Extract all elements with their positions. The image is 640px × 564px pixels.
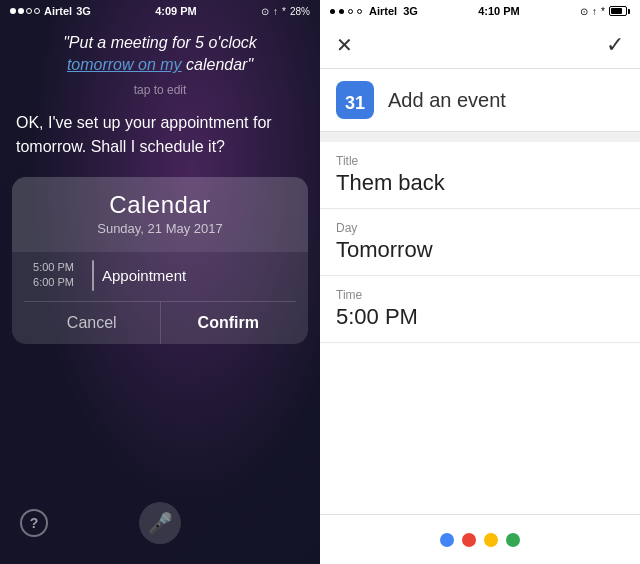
arrow-icon-r: ↑ <box>592 6 597 17</box>
bluetooth-icon: * <box>282 6 286 17</box>
calendar-date: Sunday, 21 May 2017 <box>22 221 298 236</box>
bottom-bar-left: ? 🎤 <box>0 492 320 564</box>
siri-quote: "Put a meeting for 5 o'clock tomorrow on… <box>0 22 320 83</box>
cancel-button[interactable]: Cancel <box>24 302 161 344</box>
top-nav: ✕ ✓ <box>320 22 640 69</box>
google-dot-yellow <box>484 533 498 547</box>
add-event-panel: Airtel 3G 4:10 PM ⊙ ↑ * ✕ ✓ 31 Add an ev… <box>320 0 640 564</box>
status-bar-right: Airtel 3G 4:10 PM ⊙ ↑ * <box>320 0 640 22</box>
google-dot-green <box>506 533 520 547</box>
signal-dot-1 <box>10 8 16 14</box>
mic-button[interactable]: 🎤 <box>139 502 181 544</box>
help-button[interactable]: ? <box>20 509 48 537</box>
location-icon-r: ⊙ <box>580 6 588 17</box>
time-value[interactable]: 5:00 PM <box>336 304 624 330</box>
signal-dot-r-4 <box>357 9 362 14</box>
confirm-button[interactable]: Confirm <box>161 302 297 344</box>
siri-quote-end: calendar" <box>186 56 253 73</box>
action-buttons: Cancel Confirm <box>24 301 296 344</box>
battery-right <box>609 6 630 16</box>
event-time-bar <box>92 260 94 291</box>
time-left: 4:09 PM <box>155 5 197 17</box>
calendar-event-row: 5:00 PM 6:00 PM Appointment <box>12 252 308 301</box>
signal-dot-r-2 <box>339 9 344 14</box>
battery-left: 28% <box>290 6 310 17</box>
event-times: 5:00 PM 6:00 PM <box>24 260 74 291</box>
day-row: Day Tomorrow <box>320 209 640 276</box>
bluetooth-icon-r: * <box>601 6 605 17</box>
siri-quote-start: "Put a meeting for 5 o'clock <box>63 34 257 51</box>
title-row: Title Them back <box>320 142 640 209</box>
event-name: Appointment <box>102 267 186 284</box>
carrier-name-left: Airtel <box>44 5 72 17</box>
siri-quote-highlight: tomorrow on my <box>67 56 182 73</box>
event-end-time: 6:00 PM <box>33 275 74 290</box>
calendar-card: Calendar Sunday, 21 May 2017 5:00 PM 6:0… <box>12 177 308 344</box>
status-icons-right: ⊙ ↑ * <box>580 6 630 17</box>
status-bar-left: Airtel 3G 4:09 PM ⊙ ↑ * 28% <box>0 0 320 22</box>
title-label: Title <box>336 154 624 168</box>
network-type-left: 3G <box>76 5 91 17</box>
calendar-header: Calendar Sunday, 21 May 2017 <box>12 177 308 252</box>
event-start-time: 5:00 PM <box>33 260 74 275</box>
day-value[interactable]: Tomorrow <box>336 237 624 263</box>
google-bar <box>320 514 640 564</box>
google-dot-blue <box>440 533 454 547</box>
mic-icon: 🎤 <box>148 511 173 535</box>
carrier-name-right: Airtel <box>369 5 397 17</box>
event-details-section: Title Them back Day Tomorrow Time 5:00 P… <box>320 142 640 514</box>
time-row: Time 5:00 PM <box>320 276 640 343</box>
carrier-info-right: Airtel 3G <box>330 5 418 17</box>
time-label: Time <box>336 288 624 302</box>
calendar-icon-number: 31 <box>345 93 365 114</box>
location-icon: ⊙ <box>261 6 269 17</box>
status-icons-left: ⊙ ↑ * 28% <box>261 6 310 17</box>
close-button[interactable]: ✕ <box>336 33 353 57</box>
arrow-icon: ↑ <box>273 6 278 17</box>
signal-dots-left <box>10 8 40 14</box>
signal-dot-r-1 <box>330 9 335 14</box>
siri-response-text: OK, I've set up your appointment for tom… <box>0 103 320 167</box>
signal-dot-2 <box>18 8 24 14</box>
signal-dot-3 <box>26 8 32 14</box>
tap-to-edit-label[interactable]: tap to edit <box>0 83 320 97</box>
add-event-header: 31 Add an event <box>320 69 640 132</box>
add-event-label: Add an event <box>388 89 506 112</box>
network-type-right: 3G <box>403 5 418 17</box>
check-button[interactable]: ✓ <box>606 32 624 58</box>
calendar-icon-box: 31 <box>336 81 374 119</box>
calendar-title: Calendar <box>22 191 298 219</box>
title-value[interactable]: Them back <box>336 170 624 196</box>
signal-dot-4 <box>34 8 40 14</box>
day-label: Day <box>336 221 624 235</box>
siri-panel: Airtel 3G 4:09 PM ⊙ ↑ * 28% "Put a meeti… <box>0 0 320 564</box>
time-right: 4:10 PM <box>478 5 520 17</box>
signal-dot-r-3 <box>348 9 353 14</box>
carrier-info-left: Airtel 3G <box>10 5 91 17</box>
google-dot-red <box>462 533 476 547</box>
